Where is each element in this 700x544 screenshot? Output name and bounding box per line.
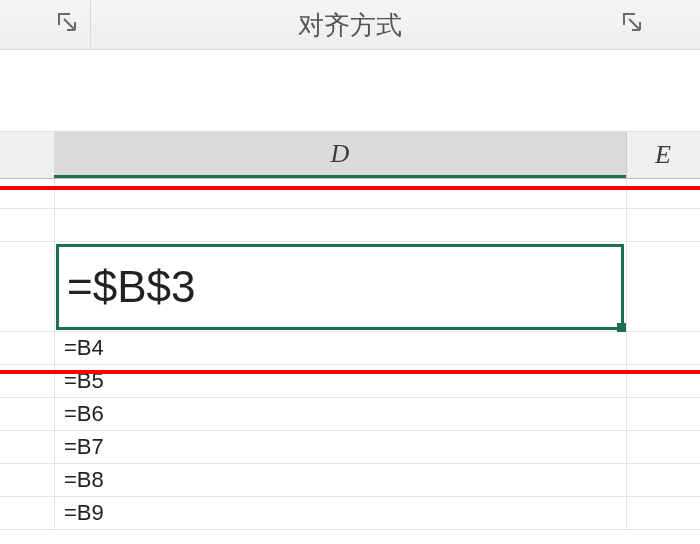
grid-row[interactable]: =$B$3: [0, 242, 700, 332]
column-header-E[interactable]: E: [626, 132, 700, 178]
ribbon-group-bar: 对齐方式: [0, 0, 700, 50]
column-header-row: D E: [0, 132, 700, 179]
cell-value: =B4: [64, 332, 104, 364]
grid-row[interactable]: =B7: [0, 431, 700, 464]
worksheet-grid[interactable]: =$B$3 =B4 =B5 =B6 =B7 =B8 =B9: [0, 179, 700, 544]
grid-row[interactable]: =B6: [0, 398, 700, 431]
grid-row[interactable]: =B8: [0, 464, 700, 497]
grid-row[interactable]: [0, 179, 700, 209]
ribbon-group-label: 对齐方式: [298, 8, 402, 43]
annotation-line: [0, 370, 700, 374]
cell-value: =$B$3: [67, 262, 195, 312]
annotation-line: [0, 186, 700, 190]
cell-value: =B7: [64, 431, 104, 463]
ribbon-separator: [90, 0, 91, 49]
ribbon-gap: [0, 50, 700, 132]
fill-handle[interactable]: [617, 323, 626, 332]
dialog-launcher-icon[interactable]: [620, 10, 644, 34]
cell-value: =B9: [64, 497, 104, 529]
active-cell[interactable]: =$B$3: [56, 244, 624, 330]
cell-value: =B6: [64, 398, 104, 430]
cell-value: =B8: [64, 464, 104, 496]
grid-row[interactable]: =B9: [0, 497, 700, 530]
grid-row[interactable]: =B4: [0, 332, 700, 365]
dialog-launcher-icon[interactable]: [55, 10, 79, 34]
column-header-D[interactable]: D: [54, 132, 626, 178]
column-header-label: D: [331, 139, 350, 169]
grid-row[interactable]: [0, 209, 700, 242]
column-header-label: E: [655, 140, 671, 170]
